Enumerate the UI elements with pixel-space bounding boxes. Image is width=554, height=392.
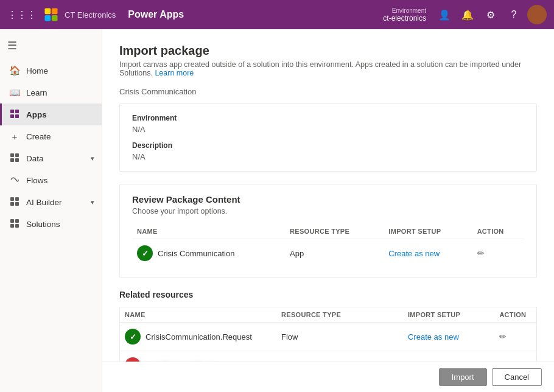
expand-icon: ▾ xyxy=(91,155,94,163)
sidebar: ☰ 🏠 Home 📖 Learn Apps + Create xyxy=(0,29,102,392)
learn-more-link[interactable]: Learn more xyxy=(155,69,194,77)
description-field-label: Description xyxy=(132,141,524,150)
topbar: ⋮⋮⋮ CT Electronics Power Apps Environmen… xyxy=(0,0,554,29)
svg-rect-9 xyxy=(15,153,19,157)
help-icon[interactable]: ? xyxy=(504,5,524,24)
sidebar-item-ai-builder[interactable]: AI Builder ▾ xyxy=(0,191,102,213)
svg-rect-14 xyxy=(10,202,14,206)
sidebar-item-label: Flows xyxy=(26,176,47,185)
sidebar-item-label: Create xyxy=(26,132,51,141)
blurred-name-1: user@microsoft.com xyxy=(146,361,218,362)
rel-row-name-cell: ✓ CrisisCommunication.Request xyxy=(120,323,277,351)
row-import-setup: Create as new xyxy=(384,239,472,268)
col-name: NAME xyxy=(132,224,285,239)
content-footer: Import Cancel xyxy=(102,362,554,392)
flows-icon xyxy=(9,175,20,186)
topbar-right: Environment ct-electronics 👤 🔔 ⚙ ? xyxy=(383,5,547,24)
settings-icon[interactable]: ⚙ xyxy=(481,5,500,24)
status-icon-green: ✓ xyxy=(125,329,141,345)
home-icon: 🏠 xyxy=(9,65,20,76)
ai-builder-icon xyxy=(9,197,20,208)
col-import-setup: IMPORT SETUP xyxy=(384,224,472,239)
import-button[interactable]: Import xyxy=(439,368,487,386)
person-icon[interactable]: 👤 xyxy=(435,5,454,24)
status-icon-green: ✓ xyxy=(137,245,153,261)
sidebar-item-solutions[interactable]: Solutions xyxy=(0,213,102,235)
company-name: CT Electronics xyxy=(65,10,116,19)
svg-rect-19 xyxy=(15,224,19,228)
svg-rect-8 xyxy=(10,153,14,157)
solutions-icon xyxy=(9,219,20,230)
svg-rect-2 xyxy=(45,15,51,21)
svg-rect-13 xyxy=(15,197,19,201)
table-row: ✓ CrisisCommunication.Request Flow Creat… xyxy=(120,323,537,351)
edit-icon[interactable]: ✏ xyxy=(477,248,485,258)
sidebar-item-learn[interactable]: 📖 Learn xyxy=(0,82,102,103)
avatar[interactable] xyxy=(527,5,547,24)
create-icon: + xyxy=(9,131,20,142)
svg-rect-16 xyxy=(10,219,14,223)
related-resources-table: NAME RESOURCE TYPE IMPORT SETUP ACTION ✓… xyxy=(119,307,537,362)
edit-icon-2[interactable]: ✏ xyxy=(499,332,507,341)
svg-rect-15 xyxy=(15,202,19,206)
sidebar-item-data[interactable]: Data ▾ xyxy=(0,147,102,169)
main-layout: ☰ 🏠 Home 📖 Learn Apps + Create xyxy=(0,29,554,392)
sidebar-item-apps[interactable]: Apps xyxy=(0,103,102,125)
svg-rect-12 xyxy=(10,197,14,201)
create-as-new-link-2[interactable]: Create as new xyxy=(408,332,459,341)
sidebar-item-create[interactable]: + Create xyxy=(0,125,102,147)
rel-row-import-setup-2: Select during import xyxy=(403,351,494,362)
rel-row-action: ✏ xyxy=(494,323,536,351)
sidebar-item-label: Data xyxy=(26,154,44,163)
svg-rect-3 xyxy=(52,15,58,21)
svg-rect-5 xyxy=(15,110,19,113)
app-name-strip: Crisis Communication xyxy=(119,87,537,96)
review-table: NAME RESOURCE TYPE IMPORT SETUP ACTION ✓… xyxy=(132,224,524,267)
svg-rect-1 xyxy=(52,9,58,15)
review-section-title: Review Package Content xyxy=(132,194,524,205)
review-section-desc: Choose your import options. xyxy=(132,207,524,215)
cancel-button[interactable]: Cancel xyxy=(492,368,542,386)
rel-row-resource-type: Flow xyxy=(276,323,403,351)
svg-rect-17 xyxy=(15,219,19,223)
page-subtitle: Import canvas app created outside of a s… xyxy=(119,60,537,77)
col-action: ACTION xyxy=(472,224,524,239)
content-scroll: Import package Import canvas app created… xyxy=(102,29,554,362)
sidebar-item-label: Learn xyxy=(26,88,47,97)
sidebar-item-label: AI Builder xyxy=(26,198,62,207)
rel-col-import-setup: IMPORT SETUP xyxy=(403,307,494,323)
row-name-cell: ✓ Crisis Communication xyxy=(132,239,285,268)
table-row: ✓ Crisis Communication App Create as new… xyxy=(132,239,524,268)
notification-icon[interactable]: 🔔 xyxy=(458,5,477,24)
grid-icon[interactable]: ⋮⋮⋮ xyxy=(7,9,37,21)
sidebar-item-home[interactable]: 🏠 Home xyxy=(0,60,102,82)
apps-icon xyxy=(9,109,20,121)
related-resources-title: Related resources xyxy=(119,290,537,299)
environment-field-value: N/A xyxy=(132,125,524,134)
sidebar-item-label: Apps xyxy=(26,110,47,119)
svg-rect-6 xyxy=(10,114,14,118)
expand-icon-ai: ▾ xyxy=(91,198,94,206)
row-resource-type: App xyxy=(285,239,384,268)
col-resource-type: RESOURCE TYPE xyxy=(285,224,384,239)
rel-row-resource-type-2: Microsoft Teams Connection xyxy=(276,351,403,362)
sidebar-item-label: Home xyxy=(26,66,48,75)
app-logo xyxy=(43,6,60,23)
hamburger-icon[interactable]: ☰ xyxy=(0,34,102,57)
page-title: Import package xyxy=(119,44,537,58)
environment-name: ct-electronics xyxy=(383,14,426,23)
svg-rect-10 xyxy=(10,158,14,162)
create-as-new-link[interactable]: Create as new xyxy=(388,249,440,258)
sidebar-item-flows[interactable]: Flows xyxy=(0,169,102,191)
related-resources-section: Related resources NAME RESOURCE TYPE IMP… xyxy=(119,290,537,362)
env-desc-box: Environment N/A Description N/A xyxy=(119,103,537,172)
rel-col-action: ACTION xyxy=(494,307,536,323)
row-action: ✏ xyxy=(472,239,524,268)
sidebar-item-label: Solutions xyxy=(26,220,60,229)
app-title: Power Apps xyxy=(128,9,383,20)
svg-rect-0 xyxy=(45,9,51,15)
learn-icon: 📖 xyxy=(9,87,20,98)
environment-selector[interactable]: Environment ct-electronics xyxy=(383,7,426,23)
rel-row-import-setup: Create as new xyxy=(403,323,494,351)
status-icon-red: ! xyxy=(125,357,141,362)
